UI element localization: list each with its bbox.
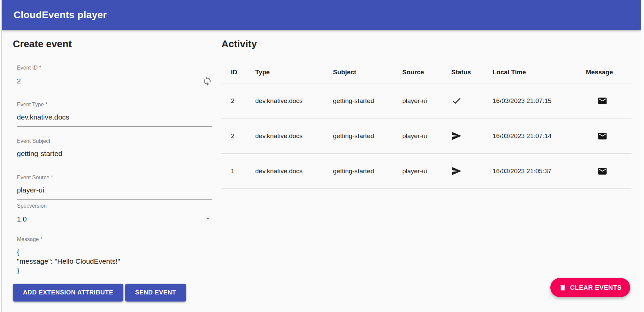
column-header-local-time: Local Time xyxy=(493,69,586,76)
create-event-panel: Create event Event ID * 2 Event Type * d… xyxy=(13,38,212,302)
message-label: Message * xyxy=(17,236,212,242)
cell-local-time: 16/03/2023 21:07:15 xyxy=(493,97,586,105)
email-icon[interactable] xyxy=(586,166,631,176)
send-icon xyxy=(451,131,493,141)
event-type-field: Event Type * dev.knative.docs xyxy=(17,102,212,127)
send-event-button[interactable]: SEND EVENT xyxy=(125,284,186,302)
message-value[interactable]: { "message": "Hello CloudEvents!" } xyxy=(17,248,120,275)
specversion-value[interactable]: 1.0 xyxy=(17,215,27,224)
cell-subject: getting-started xyxy=(333,132,402,140)
sync-icon[interactable] xyxy=(202,76,212,86)
message-input[interactable]: { "message": "Hello CloudEvents!" } xyxy=(17,248,212,279)
table-header-row: ID Type Subject Source Status Local Time… xyxy=(221,61,631,83)
cell-type: dev.knative.docs xyxy=(255,97,333,105)
cell-subject: getting-started xyxy=(333,97,402,105)
event-subject-field: Event Subject getting-started xyxy=(17,138,212,163)
specversion-label: Specversion xyxy=(17,203,212,209)
dropdown-arrow-icon[interactable] xyxy=(204,214,212,224)
column-header-subject: Subject xyxy=(333,69,402,76)
column-header-source: Source xyxy=(402,69,451,76)
send-icon xyxy=(451,166,493,176)
email-icon[interactable] xyxy=(586,96,631,106)
column-header-id: ID xyxy=(231,69,255,76)
clear-events-label: CLEAR EVENTS xyxy=(570,284,622,291)
event-source-label: Event Source * xyxy=(17,175,212,181)
form-buttons: ADD EXTENSION ATTRIBUTE SEND EVENT xyxy=(13,284,212,302)
event-id-field: Event ID * 2 xyxy=(17,65,212,91)
event-source-input[interactable]: player-ui xyxy=(17,186,212,200)
table-row: 2 dev.knative.docs getting-started playe… xyxy=(221,83,631,119)
event-type-label: Event Type * xyxy=(17,102,212,108)
event-subject-value[interactable]: getting-started xyxy=(17,149,62,158)
column-header-message: Message xyxy=(586,69,631,76)
create-event-heading: Create event xyxy=(13,38,212,50)
event-type-value[interactable]: dev.knative.docs xyxy=(17,113,69,122)
specversion-select[interactable]: 1.0 xyxy=(17,214,212,229)
event-form: Event ID * 2 Event Type * dev.knative.do… xyxy=(17,65,212,279)
cell-id: 2 xyxy=(231,97,255,105)
specversion-field: Specversion 1.0 xyxy=(17,203,212,229)
check-icon xyxy=(451,96,493,106)
cell-local-time: 16/03/2023 21:05:37 xyxy=(493,167,586,175)
cell-id: 2 xyxy=(231,132,255,140)
column-header-type: Type xyxy=(255,69,333,76)
table-row: 1 dev.knative.docs getting-started playe… xyxy=(221,154,631,189)
cell-source: player-ui xyxy=(402,167,451,175)
event-id-label: Event ID * xyxy=(17,65,212,71)
add-extension-attribute-button[interactable]: ADD EXTENSION ATTRIBUTE xyxy=(13,284,123,302)
trash-icon xyxy=(559,284,567,291)
vertical-scrollbar[interactable] xyxy=(641,0,644,312)
event-type-input[interactable]: dev.knative.docs xyxy=(17,113,212,127)
table-row: 2 dev.knative.docs getting-started playe… xyxy=(221,119,631,154)
app-title: CloudEvents player xyxy=(14,9,107,21)
column-header-status: Status xyxy=(451,69,493,76)
cell-source: player-ui xyxy=(402,132,451,140)
message-field: Message * { "message": "Hello CloudEvent… xyxy=(17,236,212,279)
event-source-field: Event Source * player-ui xyxy=(17,175,212,200)
event-source-value[interactable]: player-ui xyxy=(17,186,44,194)
cell-id: 1 xyxy=(231,167,255,175)
cell-local-time: 16/03/2023 21:07:14 xyxy=(493,132,586,140)
email-icon[interactable] xyxy=(586,131,631,141)
event-subject-input[interactable]: getting-started xyxy=(17,149,212,163)
clear-events-button[interactable]: CLEAR EVENTS xyxy=(550,278,630,297)
cell-source: player-ui xyxy=(402,97,451,105)
window-edge xyxy=(0,0,2,312)
event-id-value[interactable]: 2 xyxy=(17,77,21,85)
activity-table: ID Type Subject Source Status Local Time… xyxy=(221,61,631,189)
event-subject-label: Event Subject xyxy=(17,138,212,144)
cell-type: dev.knative.docs xyxy=(255,167,333,175)
app-bar: CloudEvents player xyxy=(2,0,641,30)
cell-subject: getting-started xyxy=(333,167,402,175)
activity-heading: Activity xyxy=(221,38,631,50)
event-id-input[interactable]: 2 xyxy=(17,76,212,91)
cell-type: dev.knative.docs xyxy=(255,132,333,140)
activity-panel: Activity ID Type Subject Source Status L… xyxy=(221,38,631,189)
